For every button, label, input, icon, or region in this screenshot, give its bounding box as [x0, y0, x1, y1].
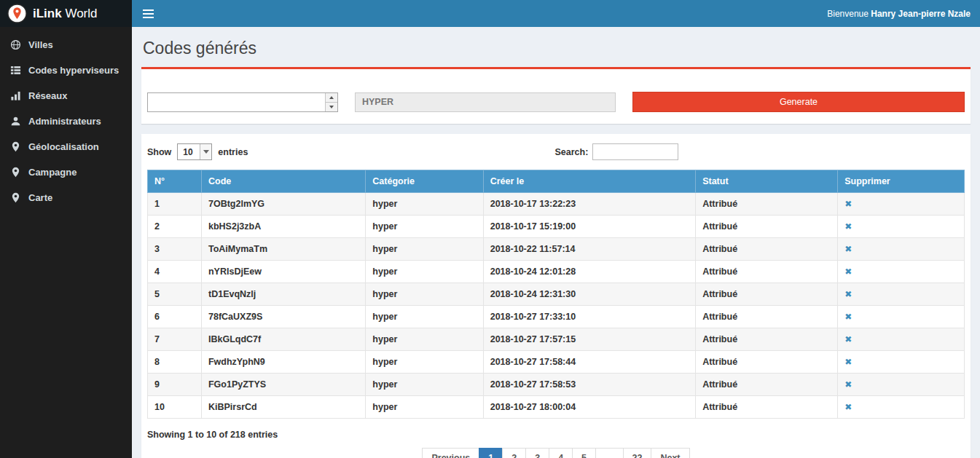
cell-status: Attribué — [696, 261, 838, 283]
generate-button[interactable]: Generate — [632, 92, 965, 112]
code-count-field[interactable] — [148, 93, 325, 111]
page-button-3[interactable]: 3 — [525, 448, 549, 458]
sidebar-item-label: Réseaux — [28, 90, 67, 101]
cell-delete: ✖ — [838, 374, 965, 396]
cell-num: 8 — [148, 351, 202, 374]
cell-status: Attribué — [696, 238, 838, 261]
table-row: 3ToAiMymaTmhyper2018-10-22 11:57:14Attri… — [148, 238, 965, 261]
spinner-down-icon[interactable] — [326, 102, 337, 111]
column-header-creer-le[interactable]: Créer le — [483, 170, 695, 193]
page-length-select[interactable]: 10 — [177, 143, 212, 160]
cell-delete: ✖ — [838, 396, 965, 419]
delete-icon[interactable]: ✖ — [844, 379, 852, 390]
cell-delete: ✖ — [838, 193, 965, 216]
delete-icon[interactable]: ✖ — [844, 266, 852, 277]
cell-code: KiBPirsrCd — [201, 396, 365, 419]
search-label: Search: — [554, 147, 588, 157]
sidebar-item-codes-hyperviseurs[interactable]: Codes hyperviseurs — [0, 58, 132, 83]
cell-num: 6 — [148, 306, 202, 328]
cell-created: 2018-10-17 13:22:23 — [483, 193, 695, 216]
search-input[interactable] — [592, 143, 678, 160]
page-button-5[interactable]: 5 — [572, 448, 596, 458]
column-header-categorie[interactable]: Catégorie — [366, 170, 483, 193]
page-button-1[interactable]: 1 — [479, 448, 503, 458]
map-marker-icon — [10, 192, 21, 203]
generator-panel: Generate — [141, 67, 971, 124]
cell-num: 9 — [148, 374, 202, 396]
page-button-2[interactable]: 2 — [502, 448, 526, 458]
sidebar-item-reseaux[interactable]: Réseaux — [0, 83, 132, 108]
column-header-statut[interactable]: Statut — [696, 170, 838, 193]
cell-created: 2018-10-24 12:01:28 — [483, 261, 695, 283]
table-row: 4nYRlsDjEewhyper2018-10-24 12:01:28Attri… — [148, 261, 965, 283]
show-label: Show — [147, 147, 171, 157]
cell-status: Attribué — [696, 396, 838, 419]
table-row: 17OBtg2lmYGhyper2018-10-17 13:22:23Attri… — [148, 193, 965, 216]
sidebar-item-geolocalisation[interactable]: Géolocalisation — [0, 134, 132, 159]
generator-form: Generate — [147, 92, 965, 112]
sidebar-item-campagne[interactable]: Campagne — [0, 159, 132, 185]
cell-code: tD1EvqNzlj — [201, 283, 365, 306]
column-header-supprimer[interactable]: Supprimer — [838, 170, 965, 193]
page-button-4[interactable]: 4 — [549, 448, 573, 458]
cell-status: Attribué — [696, 216, 838, 238]
delete-icon[interactable]: ✖ — [844, 289, 852, 299]
delete-icon[interactable]: ✖ — [844, 334, 852, 344]
cell-code: FGo1PyZTYS — [201, 374, 365, 396]
entries-label: entries — [218, 147, 248, 157]
page-button-next[interactable]: Next — [651, 448, 689, 458]
sidebar-item-carte[interactable]: Carte — [0, 185, 132, 210]
map-marker-icon — [10, 141, 21, 152]
cell-code: 7OBtg2lmYG — [201, 193, 365, 216]
cell-created: 2018-10-27 17:58:44 — [483, 351, 695, 374]
category-input — [355, 92, 616, 112]
cell-category: hyper — [366, 283, 483, 306]
menu-toggle-icon[interactable] — [141, 7, 155, 21]
table-info: Showing 1 to 10 of 218 entries — [147, 430, 278, 440]
app-shell: VillesCodes hyperviseursRéseauxAdministr… — [0, 27, 980, 458]
main-content: Codes générés Generate — [132, 27, 980, 458]
page-button-item[interactable]: … — [595, 448, 624, 458]
delete-icon[interactable]: ✖ — [844, 199, 852, 209]
number-spinner[interactable] — [325, 93, 337, 111]
globe-icon — [10, 39, 21, 50]
page-length-value: 10 — [178, 144, 200, 159]
spinner-up-icon[interactable] — [326, 93, 337, 102]
signal-icon — [10, 90, 21, 101]
topbar: iLink World Bienvenue Hanry Jean-pierre … — [0, 0, 980, 27]
page-button-22[interactable]: 22 — [623, 448, 652, 458]
pagination: Previous12345…22Next — [422, 448, 689, 458]
cell-code: ToAiMymaTm — [201, 238, 365, 261]
cell-category: hyper — [366, 351, 483, 374]
cell-code: 78fCaUXZ9S — [201, 306, 365, 328]
sidebar-item-administrateurs[interactable]: Administrateurs — [0, 108, 132, 134]
cell-status: Attribué — [696, 306, 838, 328]
delete-icon[interactable]: ✖ — [844, 312, 852, 322]
cell-delete: ✖ — [838, 261, 965, 283]
cell-num: 4 — [148, 261, 202, 283]
delete-icon[interactable]: ✖ — [844, 244, 852, 254]
cell-code: nYRlsDjEew — [201, 261, 365, 283]
delete-icon[interactable]: ✖ — [844, 221, 852, 232]
column-header-n[interactable]: N° — [148, 170, 202, 193]
cell-created: 2018-10-27 18:00:04 — [483, 396, 695, 419]
page-button-previous[interactable]: Previous — [422, 448, 479, 458]
page-title: Codes générés — [141, 39, 971, 58]
page-length-control: Show 10 entries — [147, 143, 248, 160]
ilink-logo-icon — [7, 4, 27, 23]
welcome-text: Bienvenue Hanry Jean-pierre Nzale — [827, 9, 971, 19]
code-count-input[interactable] — [147, 92, 338, 112]
sidebar: VillesCodes hyperviseursRéseauxAdministr… — [0, 27, 132, 458]
brand[interactable]: iLink World — [0, 0, 132, 27]
delete-icon[interactable]: ✖ — [844, 402, 852, 412]
cell-num: 3 — [148, 238, 202, 261]
column-header-code[interactable]: Code — [201, 170, 365, 193]
delete-icon[interactable]: ✖ — [844, 357, 852, 367]
cell-delete: ✖ — [838, 351, 965, 374]
table-row: 10KiBPirsrCdhyper2018-10-27 18:00:04Attr… — [148, 396, 965, 419]
cell-num: 5 — [148, 283, 202, 306]
brand-text: iLink World — [33, 7, 97, 21]
cell-category: hyper — [366, 238, 483, 261]
cell-status: Attribué — [696, 193, 838, 216]
sidebar-item-villes[interactable]: Villes — [0, 32, 132, 58]
